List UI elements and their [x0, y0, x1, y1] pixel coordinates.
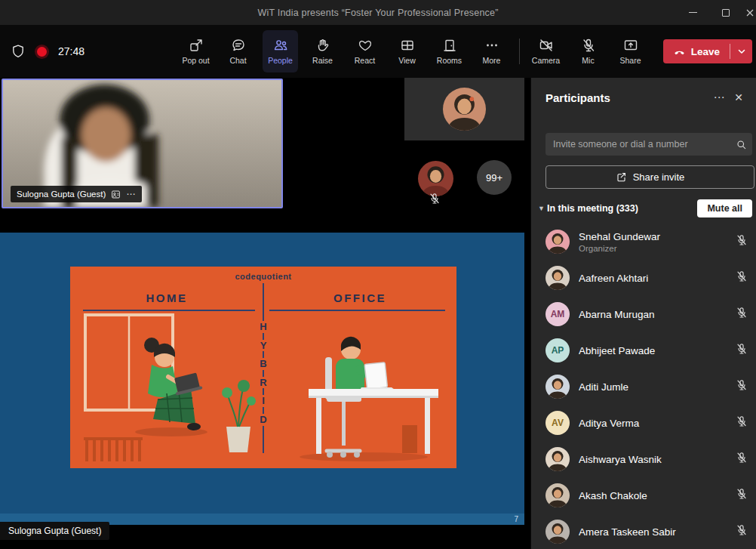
participant-row[interactable]: Akash Chakole	[531, 477, 756, 514]
participant-name: Aafreen Akhtari	[579, 273, 736, 284]
shared-screen[interactable]: codequotient HOME OFFICE HYBRID	[0, 233, 524, 525]
mic-muted-icon	[736, 234, 749, 249]
participant-meta: Akash Chakole	[579, 490, 736, 501]
active-speaker-video[interactable]: Sulogna Gupta (Guest) ⋯	[2, 79, 283, 208]
in-meeting-section: ▼ In this meeting (333) Mute all	[536, 199, 752, 218]
panel-close-icon[interactable]: ✕	[729, 91, 748, 103]
mute-all-button[interactable]: Mute all	[697, 199, 752, 217]
spotlight-icon[interactable]	[111, 190, 121, 199]
toolbar-button[interactable]: View	[389, 30, 425, 72]
invite-search-input[interactable]	[545, 139, 730, 150]
close-icon	[746, 9, 754, 17]
leave-button-label: Leave	[691, 46, 720, 57]
participant-meta: Snehal Gundewar Organizer	[579, 231, 736, 253]
toolbar-button[interactable]: React	[347, 30, 383, 72]
participant-video-tile[interactable]	[418, 161, 453, 196]
toolbar-button[interactable]: Raise	[305, 30, 340, 72]
toolbar-button[interactable]: Rooms	[432, 30, 467, 72]
avatar-initials: AP	[552, 345, 564, 356]
overflow-participants-badge[interactable]: 99+	[477, 160, 512, 195]
participant-name: Aditya Verma	[579, 418, 736, 429]
slide-underline	[269, 310, 445, 311]
toolbar-button-label: More	[483, 56, 501, 65]
slide-heading-office: OFFICE	[263, 291, 456, 304]
participant-meta: Aditi Jumle	[579, 381, 736, 393]
window-title: WiT India presents “Foster Your Professi…	[0, 8, 756, 18]
toolbar-button-label: People	[268, 56, 293, 65]
toolbar-divider	[519, 39, 520, 64]
participant-row[interactable]: Amera Taskeen Sabir	[531, 514, 756, 549]
chevron-down-icon	[737, 47, 746, 56]
toolbar-button-label: Rooms	[437, 56, 462, 65]
participant-row[interactable]: Aditi Jumle	[531, 369, 756, 405]
toolbar-button-icon	[231, 38, 246, 53]
toolbar-button-label: Camera	[532, 56, 560, 65]
share-invite-icon	[616, 171, 627, 183]
toolbar-button-icon	[358, 38, 373, 53]
participant-row[interactable]: Aishwarya Wasnik	[531, 441, 756, 477]
toolbar-button[interactable]: More	[474, 30, 509, 72]
participant-row[interactable]: Snehal Gundewar Organizer	[531, 224, 756, 260]
toolbar-button-label: Mic	[582, 56, 594, 65]
leave-options-chevron[interactable]	[730, 39, 752, 63]
meeting-toolbar: 27:48 Pop out Chat People	[0, 25, 756, 78]
in-meeting-count: In this meeting (333)	[547, 203, 697, 214]
participant-role: Organizer	[579, 244, 736, 253]
participant-name: Abhijeet Pawade	[579, 345, 736, 356]
mic-muted-icon	[429, 193, 441, 205]
participants-title: Participants	[545, 91, 709, 104]
recording-indicator-icon	[37, 47, 47, 57]
close-button[interactable]	[742, 0, 756, 25]
toolbar-button-icon	[189, 38, 204, 53]
window-controls	[676, 0, 756, 25]
leave-button-group: Leave	[663, 39, 752, 63]
shield-icon	[11, 44, 26, 59]
toolbar-button[interactable]: Share	[613, 30, 648, 72]
participants-panel: Participants ⋯ ✕ Share invite ▼ In this …	[530, 78, 756, 549]
participant-meta: Aafreen Akhtari	[579, 273, 736, 284]
speaker-more-options-icon[interactable]: ⋯	[126, 190, 136, 198]
toolbar-button-icon	[581, 38, 596, 53]
toolbar-button[interactable]: People	[263, 30, 298, 72]
toolbar-button[interactable]: Chat	[220, 30, 256, 72]
avatar	[545, 483, 570, 507]
avatar: AV	[545, 411, 570, 435]
toolbar-button-icon	[273, 38, 288, 53]
share-invite-button[interactable]: Share invite	[545, 165, 754, 189]
toolbar-button-icon	[539, 38, 554, 53]
person-photo-icon	[443, 88, 486, 131]
avatar	[545, 266, 570, 290]
mic-muted-icon	[736, 524, 749, 539]
maximize-button[interactable]	[709, 0, 742, 25]
toolbar-button[interactable]: Mic	[570, 30, 606, 72]
avatar: AM	[545, 302, 570, 326]
maximize-icon	[722, 9, 730, 17]
mic-muted-icon	[736, 452, 749, 467]
meeting-timer: 27:48	[58, 45, 85, 57]
avatar	[545, 520, 570, 544]
slide-heading-home: HOME	[70, 291, 263, 304]
search-icon[interactable]	[730, 139, 752, 150]
mic-muted-icon	[736, 488, 749, 503]
toolbar-center-buttons: Pop out Chat People Raise	[178, 30, 509, 72]
toolbar-button-label: Pop out	[182, 56, 209, 65]
section-collapse-chevron-icon[interactable]: ▼	[536, 205, 547, 212]
participant-row[interactable]: AM Abarna Murugan	[531, 296, 756, 332]
mic-muted-icon	[736, 379, 749, 394]
participant-row[interactable]: AV Aditya Verma	[531, 405, 756, 441]
toolbar-button[interactable]: Camera	[528, 30, 564, 72]
share-invite-label: Share invite	[633, 171, 685, 183]
panel-more-options-icon[interactable]: ⋯	[709, 91, 729, 104]
participant-row[interactable]: AP Abhijeet Pawade	[531, 332, 756, 369]
toolbar-button-icon	[400, 38, 415, 53]
minimize-button[interactable]	[676, 0, 709, 25]
leave-button[interactable]: Leave	[663, 39, 730, 63]
mic-muted-icon	[736, 343, 749, 358]
participant-video-tile[interactable]	[404, 78, 524, 140]
avatar	[443, 88, 486, 131]
toolbar-button-icon	[623, 38, 638, 53]
avatar	[545, 447, 570, 471]
participant-name: Aditi Jumle	[579, 381, 736, 393]
participant-row[interactable]: Aafreen Akhtari	[531, 260, 756, 296]
toolbar-button[interactable]: Pop out	[178, 30, 214, 72]
